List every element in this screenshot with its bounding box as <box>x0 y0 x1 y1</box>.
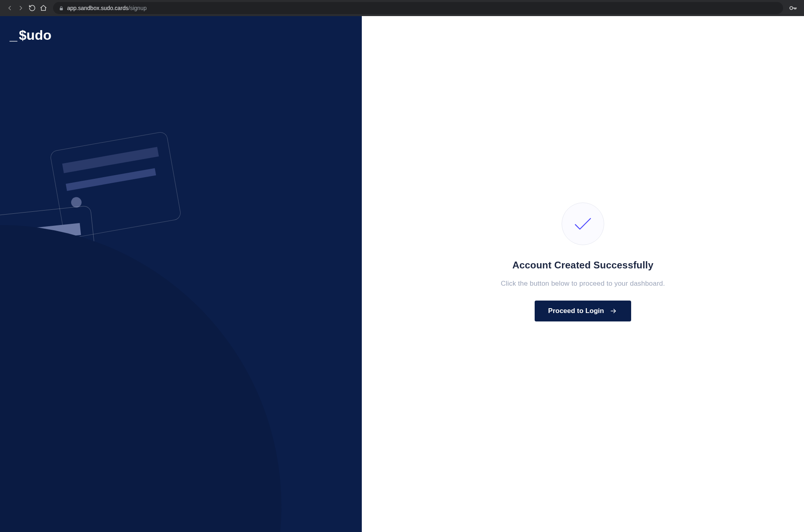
back-button[interactable] <box>4 2 15 14</box>
success-check-circle <box>562 203 604 245</box>
svg-rect-0 <box>60 8 63 10</box>
logo-text: $udo <box>19 27 51 43</box>
page-content: _$udo Account Created Successfully Click… <box>0 16 804 532</box>
arrow-right-icon <box>609 307 617 315</box>
logo-underscore: _ <box>10 27 16 43</box>
password-key-icon[interactable] <box>789 4 798 12</box>
reload-button[interactable] <box>27 2 38 14</box>
success-subtext: Click the button below to proceed to you… <box>501 280 665 288</box>
arrow-right-icon <box>17 4 25 12</box>
brand-logo: _$udo <box>10 27 51 43</box>
success-block: Account Created Successfully Click the b… <box>501 203 665 321</box>
url-host: app.sandbox.sudo.cards <box>67 5 129 11</box>
home-icon <box>40 4 47 12</box>
browser-chrome: app.sandbox.sudo.cards/signup <box>0 0 804 16</box>
content-panel: Account Created Successfully Click the b… <box>362 16 804 532</box>
url-path: /signup <box>129 5 147 11</box>
proceed-to-login-button[interactable]: Proceed to Login <box>535 301 632 321</box>
forward-button[interactable] <box>15 2 27 14</box>
hero-panel: _$udo <box>0 16 362 532</box>
arrow-left-icon <box>6 4 13 12</box>
address-bar[interactable]: app.sandbox.sudo.cards/signup <box>53 2 783 14</box>
lock-icon <box>59 6 64 11</box>
reload-icon <box>29 4 36 12</box>
check-icon <box>574 217 592 231</box>
decorative-curve <box>0 225 281 532</box>
home-button[interactable] <box>38 2 49 14</box>
success-heading: Account Created Successfully <box>512 260 653 271</box>
card-stripe <box>66 168 156 191</box>
card-stripe <box>62 147 159 173</box>
svg-point-1 <box>790 6 793 9</box>
cta-label: Proceed to Login <box>548 307 604 315</box>
